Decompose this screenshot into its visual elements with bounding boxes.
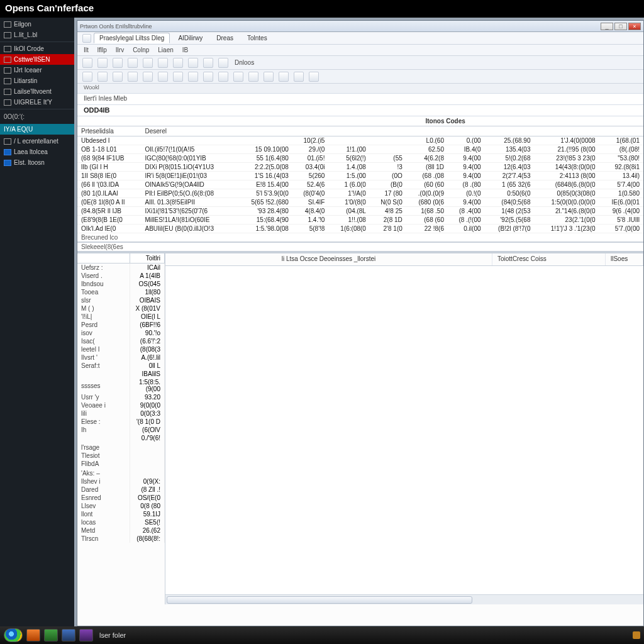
- tool-button[interactable]: [158, 58, 168, 68]
- taskbar-app[interactable]: [44, 629, 58, 641]
- column-header[interactable]: [292, 126, 329, 136]
- column-header[interactable]: [328, 126, 370, 136]
- column-header[interactable]: [370, 126, 406, 136]
- taskbar-app[interactable]: [26, 629, 40, 641]
- menu-tab[interactable]: Dreas: [211, 33, 239, 43]
- sidebar-item[interactable]: IkOl Crode: [0, 43, 74, 54]
- table-row[interactable]: OB 1-18 L01OIl.(il5!7(!1(0(A!I515 09.10(…: [77, 145, 643, 154]
- tool-button[interactable]: [294, 72, 304, 82]
- menu-tab[interactable]: AIDilirwy: [172, 33, 208, 43]
- tool-button[interactable]: [113, 72, 123, 82]
- table-row[interactable]: Ubdesed I10(2.(i5L0.(600.(0025.(68.901'J…: [77, 136, 643, 145]
- column-header[interactable]: Prteselidsla: [77, 126, 142, 136]
- tool-button[interactable]: [113, 58, 123, 68]
- menu-tab[interactable]: Praeslylegal Liltss Dleg: [94, 33, 170, 43]
- menu-item[interactable]: IB: [182, 47, 188, 53]
- tool-button[interactable]: [203, 58, 213, 68]
- menu-item[interactable]: Colnp: [133, 47, 149, 53]
- menu-item[interactable]: Ilt: [84, 47, 89, 53]
- minimize-button[interactable]: _: [601, 23, 613, 30]
- start-button[interactable]: [4, 628, 23, 642]
- tool-button[interactable]: [279, 72, 289, 82]
- tool-button[interactable]: [203, 72, 213, 82]
- tool-button[interactable]: [218, 58, 228, 68]
- cell: 03.4(0i: [292, 163, 329, 172]
- taskbar-app[interactable]: [62, 629, 75, 641]
- close-button[interactable]: ×: [628, 23, 641, 30]
- table-row[interactable]: OIk'l.Ad lE(0ABUIil(EU (B(0(0.illJ(O!31:…: [77, 225, 643, 233]
- cell: (6848(6.(8(0(0: [534, 180, 599, 189]
- lower-column-header[interactable]: llSoes: [606, 253, 643, 265]
- tool-button[interactable]: [128, 72, 138, 82]
- sidebar-item[interactable]: / L ecrentellanet: [0, 136, 74, 147]
- table-row[interactable]: (E8'9(8(B 1E(0MillES!1LA!I(81iO(60IE15:(…: [77, 216, 643, 225]
- sidebar-item[interactable]: Csttwe'llSEN: [0, 54, 74, 65]
- table-row[interactable]: lIb (GI I HDIXi P(8(015.1iO(4Y1U32:2.2(5…: [77, 163, 643, 172]
- property-value: [130, 469, 164, 477]
- tool-button[interactable]: [233, 72, 243, 82]
- cell: (8(.(08!: [599, 145, 643, 154]
- sidebar-item[interactable]: IJrt Iceaer: [0, 65, 74, 75]
- maximize-button[interactable]: □: [614, 23, 627, 30]
- column-header[interactable]: [448, 126, 485, 136]
- tool-button[interactable]: [143, 58, 153, 68]
- tool-button[interactable]: [158, 72, 168, 82]
- sidebar-item[interactable]: Litiarstin: [0, 75, 74, 86]
- sidebar-item[interactable]: UIGRELE It'Y: [0, 97, 74, 108]
- table-row[interactable]: (68 9(84 IF1UBIGC(80(!68(0:0(01YIB55 1(6…: [77, 154, 643, 163]
- grid-group-header: Itonos Codes: [406, 116, 485, 126]
- sidebar-item-selected[interactable]: IY/A EQ(U: [0, 124, 74, 135]
- tool-button[interactable]: [188, 58, 198, 68]
- scrollbar-thumb[interactable]: [167, 596, 472, 604]
- tool-button[interactable]: [128, 58, 138, 68]
- table-row[interactable]: (66 ll '(03.IDAOINAIk5'G(!9(OA4llDE!8 15…: [77, 180, 643, 189]
- tool-button[interactable]: [97, 58, 108, 68]
- cell: 1'0/(8(0: [328, 198, 370, 207]
- tool-button[interactable]: [188, 72, 198, 82]
- tool-button[interactable]: [248, 72, 258, 82]
- tray-icon[interactable]: [633, 631, 640, 639]
- table-row[interactable]: 1II S8(8 IE(0IR'i 5(8(0E!1|iE(01!(031'S …: [77, 172, 643, 180]
- tool-button[interactable]: [82, 72, 92, 82]
- sidebar-item[interactable]: L.lit_L.bl: [0, 30, 74, 40]
- tool-button[interactable]: [173, 58, 183, 68]
- sidebar-item[interactable]: Laea ltolcea: [0, 147, 74, 157]
- menu-item[interactable]: lfllp: [97, 47, 107, 53]
- property-value: 0ll L: [130, 362, 164, 370]
- tool-button[interactable]: [143, 72, 153, 82]
- table-row[interactable]: (80 1(0.ILAAlPll:l EilBP(0;5(O.(6(8:(085…: [77, 189, 643, 198]
- sidebar-item-label: UIGRELE It'Y: [14, 99, 52, 106]
- lower-column-header[interactable]: ToiottCresc Coiss: [492, 253, 606, 265]
- menu-item[interactable]: Ilrv: [116, 47, 124, 53]
- column-header[interactable]: [485, 126, 535, 136]
- taskbar-app[interactable]: [79, 629, 93, 641]
- menu-tab[interactable]: Tolntes: [242, 33, 273, 43]
- inner-titlebar[interactable]: Prtwon Oonls EnIlslltrubvline _ □ ×: [77, 21, 643, 32]
- property-row: FlibdA: [77, 460, 165, 468]
- tool-button[interactable]: [218, 72, 228, 82]
- column-header[interactable]: [406, 126, 448, 136]
- horizontal-scrollbar[interactable]: [165, 594, 643, 604]
- tool-button[interactable]: [173, 72, 183, 82]
- cell: 4(6.2(8: [406, 154, 448, 163]
- table-row[interactable]: (84.8(5R Il IJBIXi1i(!81'53'!(625(0'7(6'…: [77, 207, 643, 216]
- lower-column-header[interactable]: li Ltsa Ocsce Deoeinsses _llorstei: [165, 253, 492, 265]
- tool-button[interactable]: [264, 72, 274, 82]
- toolbar-2: [77, 70, 643, 84]
- tool-button[interactable]: [97, 72, 108, 82]
- cell: 23(2.'1(0(0: [534, 216, 599, 225]
- tool-button[interactable]: [82, 58, 92, 68]
- column-header[interactable]: [599, 126, 643, 136]
- sidebar-item[interactable]: Elst. ltoosn: [0, 157, 74, 168]
- property-value: OS/(E(0: [130, 494, 164, 502]
- property-row: leetel I(8(08(3: [77, 345, 165, 353]
- sidebar-item[interactable]: Lailse'lltvoent: [0, 86, 74, 97]
- tool-button[interactable]: [309, 72, 319, 82]
- doc-icon: [4, 67, 11, 74]
- sidebar-item[interactable]: Eilgon: [0, 19, 74, 30]
- column-header[interactable]: [236, 126, 292, 136]
- column-header[interactable]: [534, 126, 599, 136]
- column-header[interactable]: Deserel: [142, 126, 236, 136]
- menu-item[interactable]: Liaen: [158, 47, 173, 53]
- table-row[interactable]: (0E(8 1l(8(0 A IIAlIl. 01.3(8!5EilPII5(6…: [77, 198, 643, 207]
